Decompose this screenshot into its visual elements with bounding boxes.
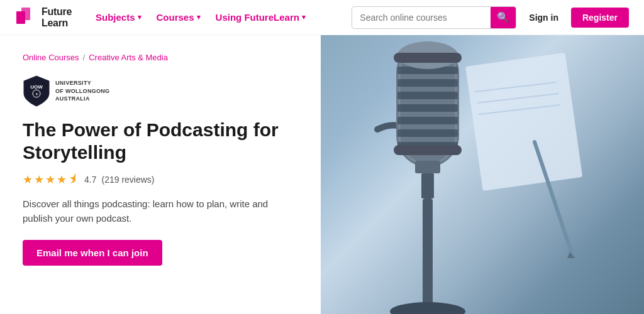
- sign-in-button[interactable]: Sign in: [524, 9, 564, 26]
- svg-rect-21: [415, 161, 440, 173]
- logo-text: Future Learn: [42, 6, 72, 28]
- email-notify-button[interactable]: Email me when I can join: [23, 240, 162, 266]
- svg-rect-17: [397, 117, 458, 124]
- breadcrumb-separator: /: [83, 53, 86, 62]
- svg-rect-22: [421, 173, 434, 198]
- rating-count: (219 reviews): [101, 175, 154, 185]
- main-content: Online Courses / Creative Arts & Media U…: [0, 35, 644, 314]
- svg-rect-18: [397, 129, 458, 137]
- svg-rect-5: [465, 53, 582, 191]
- search-button[interactable]: 🔍: [491, 6, 516, 29]
- nav-subjects[interactable]: Subjects ▾: [89, 8, 148, 26]
- breadcrumb: Online Courses / Creative Arts & Media: [23, 53, 298, 62]
- microphone-illustration: [340, 35, 591, 314]
- chevron-down-icon: ▾: [197, 13, 201, 21]
- svg-rect-14: [397, 79, 458, 87]
- university-shield-icon: UOW ✦: [23, 75, 50, 107]
- university-name: UNIVERSITY OF WOLLONGONG AUSTRALIA: [55, 79, 109, 103]
- star-4: ★: [57, 173, 67, 187]
- logo-icon: [15, 6, 38, 29]
- nav-courses[interactable]: Courses ▾: [150, 8, 207, 26]
- hero-image: [321, 35, 644, 314]
- register-button[interactable]: Register: [571, 8, 629, 28]
- svg-rect-24: [394, 145, 462, 155]
- svg-text:✦: ✦: [35, 92, 38, 96]
- search-wrapper: 🔍: [352, 6, 516, 29]
- course-description: Discover all things podcasting: learn ho…: [23, 197, 298, 226]
- svg-rect-15: [397, 92, 458, 99]
- breadcrumb-category: Creative Arts & Media: [89, 53, 168, 62]
- chevron-down-icon: ▾: [138, 13, 142, 21]
- star-2: ★: [34, 173, 44, 187]
- star-1: ★: [23, 173, 33, 187]
- logo-future: Future: [42, 6, 72, 18]
- university-logo: UOW ✦ UNIVERSITY OF WOLLONGONG AUSTRALIA: [23, 75, 298, 107]
- star-3: ★: [45, 173, 55, 187]
- hero-background: [321, 35, 644, 314]
- search-input[interactable]: [352, 13, 491, 23]
- svg-rect-25: [423, 198, 433, 311]
- svg-rect-23: [394, 53, 462, 63]
- main-nav: Subjects ▾ Courses ▾ Using FutureLearn ▾: [89, 8, 352, 26]
- breadcrumb-online-courses[interactable]: Online Courses: [23, 53, 79, 62]
- svg-point-26: [390, 302, 465, 314]
- site-header: Future Learn Subjects ▾ Courses ▾ Using …: [0, 0, 644, 35]
- logo-learn: Learn: [42, 18, 72, 29]
- chevron-down-icon: ▾: [302, 13, 306, 21]
- rating-row: ★ ★ ★ ★ ⯨ 4.7 (219 reviews): [23, 173, 298, 187]
- svg-rect-16: [397, 104, 458, 112]
- course-title: The Power of Podcasting for Storytelling: [23, 119, 298, 164]
- svg-text:UOW: UOW: [30, 84, 43, 90]
- logo-link[interactable]: Future Learn: [15, 6, 72, 29]
- rating-value: 4.7: [84, 175, 96, 185]
- star-rating: ★ ★ ★ ★ ⯨: [23, 173, 79, 187]
- svg-rect-1: [21, 8, 30, 20]
- star-half: ⯨: [68, 173, 79, 187]
- search-icon: 🔍: [497, 11, 509, 23]
- course-info: Online Courses / Creative Arts & Media U…: [0, 35, 321, 314]
- header-right: 🔍 Sign in Register: [352, 6, 629, 29]
- nav-using-futurelearn[interactable]: Using FutureLearn ▾: [209, 8, 312, 26]
